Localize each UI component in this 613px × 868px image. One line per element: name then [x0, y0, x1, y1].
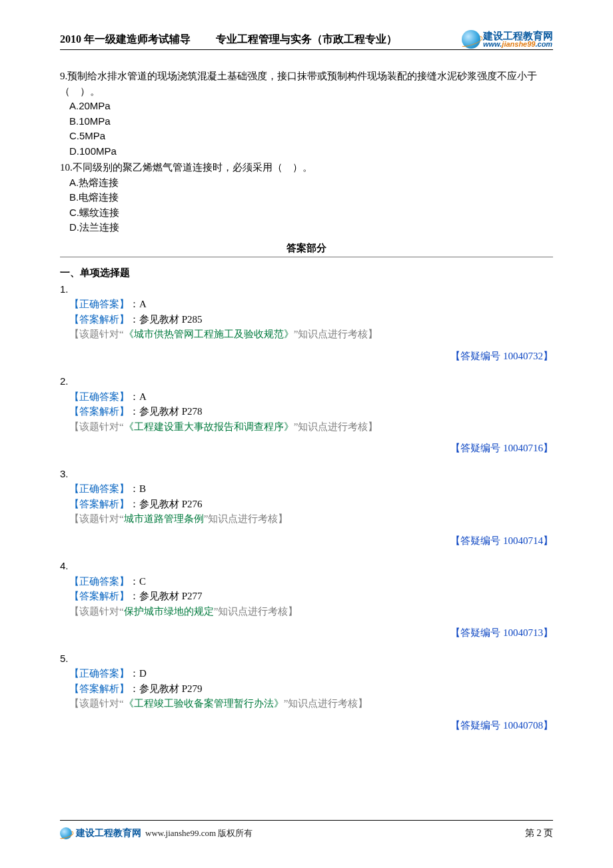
topic-note: 【该题针对“保护城市绿地的规定”知识点进行考核】: [60, 604, 553, 619]
question-9: 9.预制给水排水管道的现场浇筑混凝土基础强度，接口抹带或预制构件现场装配的接缝水…: [60, 69, 553, 159]
option-b: B.电熔连接: [69, 190, 553, 205]
ref-number: 10040713: [503, 627, 543, 638]
ref-post: 】: [543, 535, 553, 546]
note-pre: 【该题针对“: [69, 698, 124, 709]
analysis-value: ：参见教材 P277: [129, 591, 203, 601]
correct-answer-label: 【正确答案】: [69, 668, 129, 679]
note-pre: 【该题针对“: [69, 513, 124, 524]
topic-note: 【该题针对“《工程建设重大事故报告和调查程序》”知识点进行考核】: [60, 419, 553, 435]
note-post: ”知识点进行考核】: [294, 421, 378, 432]
ref-pre: 【答疑编号: [450, 720, 503, 731]
note-pre: 【该题针对“: [69, 329, 124, 339]
correct-answer-line: 【正确答案】：A: [60, 297, 553, 312]
topic-name: 《城市供热管网工程施工及验收规范》: [124, 329, 294, 339]
answer-4: 4. 【正确答案】：C 【答案解析】：参见教材 P277 【该题针对“保护城市绿…: [60, 559, 553, 641]
page-footer: 建设工程教育网 www.jianshe99.com 版权所有 第 2 页: [60, 820, 553, 840]
ref-post: 】: [543, 720, 553, 731]
analysis-label: 【答案解析】: [69, 499, 129, 509]
qa-reference[interactable]: 【答疑编号 10040708】: [60, 718, 553, 733]
ref-number: 10040714: [503, 535, 543, 546]
analysis-value: ：参见教材 P285: [129, 314, 203, 325]
topic-note: 【该题针对“城市道路管理条例”知识点进行考核】: [60, 511, 553, 527]
header-text: 2010 年一级建造师考试辅导 专业工程管理与实务（市政工程专业）: [60, 31, 397, 47]
note-post: ”知识点进行考核】: [294, 329, 378, 339]
question-text: 9.预制给水排水管道的现场浇筑混凝土基础强度，接口抹带或预制构件现场装配的接缝水…: [60, 69, 553, 99]
answer-3: 3. 【正确答案】：B 【答案解析】：参见教材 P276 【该题针对“城市道路管…: [60, 467, 553, 549]
qa-reference[interactable]: 【答疑编号 10040713】: [60, 625, 553, 641]
correct-answer-value: ：C: [129, 576, 146, 587]
brand-url-pre: www.: [483, 40, 502, 48]
header-title-mid: 专业工程管理与实务（市政工程专业）: [216, 31, 397, 47]
qa-reference[interactable]: 【答疑编号 10040732】: [60, 349, 553, 364]
page: 2010 年一级建造师考试辅导 专业工程管理与实务（市政工程专业） 建设工程教育…: [0, 0, 613, 868]
brand-url: www.jianshe99.com: [483, 41, 553, 48]
option-d: D.100MPa: [69, 144, 553, 159]
header-title-left: 2010 年一级建造师考试辅导: [60, 31, 191, 47]
analysis-value: ：参见教材 P279: [129, 683, 203, 694]
analysis-label: 【答案解析】: [69, 406, 129, 417]
analysis-line: 【答案解析】：参见教材 P278: [60, 404, 553, 419]
ref-number: 10040716: [503, 443, 543, 453]
option-b: B.10MPa: [69, 114, 553, 129]
qa-reference[interactable]: 【答疑编号 10040714】: [60, 533, 553, 549]
brand-url-accent: jianshe99: [502, 40, 535, 48]
brand-name-cn: 建设工程教育网: [483, 31, 553, 41]
answer-number: 2.: [60, 374, 553, 389]
brand-url-post: .com: [535, 40, 552, 48]
option-a: A.热熔连接: [69, 175, 553, 191]
ref-number: 10040732: [503, 351, 543, 361]
note-post: ”知识点进行考核】: [284, 698, 368, 709]
footer-copyright: www.jianshe99.com 版权所有: [145, 827, 253, 840]
correct-answer-line: 【正确答案】：D: [60, 666, 553, 681]
topic-note: 【该题针对“《城市供热管网工程施工及验收规范》”知识点进行考核】: [60, 327, 553, 342]
answer-1: 1. 【正确答案】：A 【答案解析】：参见教材 P285 【该题针对“《城市供热…: [60, 282, 553, 364]
footer-divider: [60, 820, 553, 821]
question-options: A.热熔连接 B.电熔连接 C.螺纹连接 D.法兰连接: [60, 175, 553, 235]
topic-name: 《工程竣工验收备案管理暂行办法》: [124, 698, 284, 709]
footer-row: 建设工程教育网 www.jianshe99.com 版权所有 第 2 页: [60, 826, 553, 840]
section-title: 一、单项选择题: [60, 265, 553, 281]
note-post: ”知识点进行考核】: [214, 606, 299, 617]
brand-logo: 建设工程教育网 www.jianshe99.com: [462, 30, 553, 49]
qa-reference[interactable]: 【答疑编号 10040716】: [60, 441, 553, 456]
ref-post: 】: [543, 351, 553, 361]
option-d: D.法兰连接: [69, 220, 553, 235]
page-number: 第 2 页: [525, 826, 553, 840]
note-pre: 【该题针对“: [69, 606, 124, 617]
analysis-line: 【答案解析】：参见教材 P285: [60, 312, 553, 327]
option-a: A.20MPa: [69, 99, 553, 114]
question-text: 10.不同级别的聚乙烯燃气管道连接时，必须采用（ ）。: [60, 160, 553, 175]
note-post: ”知识点进行考核】: [204, 513, 289, 524]
question-10: 10.不同级别的聚乙烯燃气管道连接时，必须采用（ ）。 A.热熔连接 B.电熔连…: [60, 160, 553, 235]
globe-icon: [60, 827, 72, 839]
analysis-label: 【答案解析】: [69, 683, 129, 694]
globe-icon: [462, 30, 480, 49]
question-body: 预制给水排水管道的现场浇筑混凝土基础强度，接口抹带或预制构件现场装配的接缝水泥砂…: [60, 71, 537, 97]
answer-5: 5. 【正确答案】：D 【答案解析】：参见教材 P279 【该题针对“《工程竣工…: [60, 651, 553, 733]
answers-header: 答案部分: [60, 241, 553, 256]
ref-pre: 【答疑编号: [450, 535, 503, 546]
page-header: 2010 年一级建造师考试辅导 专业工程管理与实务（市政工程专业） 建设工程教育…: [60, 30, 553, 50]
analysis-value: ：参见教材 P278: [129, 406, 203, 417]
topic-note: 【该题针对“《工程竣工验收备案管理暂行办法》”知识点进行考核】: [60, 696, 553, 711]
question-number: 10.: [60, 162, 73, 173]
correct-answer-value: ：A: [129, 391, 147, 402]
topic-name: 保护城市绿地的规定: [124, 606, 214, 617]
correct-answer-line: 【正确答案】：A: [60, 389, 553, 405]
correct-answer-label: 【正确答案】: [69, 483, 129, 494]
ref-post: 】: [543, 443, 553, 453]
correct-answer-label: 【正确答案】: [69, 576, 129, 587]
correct-answer-line: 【正确答案】：C: [60, 574, 553, 589]
ref-pre: 【答疑编号: [450, 627, 503, 638]
ref-pre: 【答疑编号: [450, 443, 503, 453]
footer-brand-block: 建设工程教育网 www.jianshe99.com 版权所有: [60, 826, 253, 840]
analysis-line: 【答案解析】：参见教材 P279: [60, 681, 553, 697]
analysis-line: 【答案解析】：参见教材 P276: [60, 497, 553, 512]
topic-name: 《工程建设重大事故报告和调查程序》: [124, 421, 294, 432]
question-options: A.20MPa B.10MPa C.5MPa D.100MPa: [60, 99, 553, 159]
correct-answer-value: ：A: [129, 299, 147, 309]
topic-name: 城市道路管理条例: [124, 513, 204, 524]
correct-answer-label: 【正确答案】: [69, 391, 129, 402]
analysis-line: 【答案解析】：参见教材 P277: [60, 589, 553, 604]
analysis-label: 【答案解析】: [69, 591, 129, 601]
